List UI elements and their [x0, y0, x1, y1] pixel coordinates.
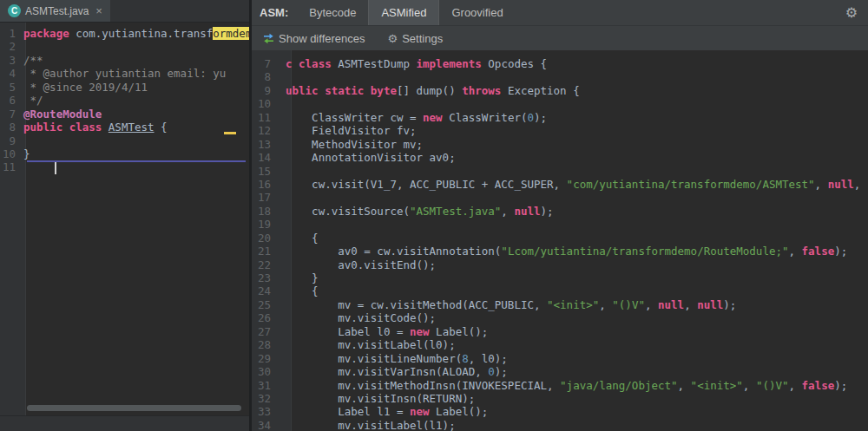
line-number[interactable]: 10	[252, 97, 281, 110]
line-number[interactable]: 24	[252, 284, 281, 297]
code-line[interactable]: 11 ClassWriter cw = new ClassWriter(0);	[252, 111, 868, 124]
line-number[interactable]: 1	[0, 27, 21, 40]
line-number[interactable]: 11	[0, 160, 21, 173]
code-text	[21, 40, 23, 53]
line-number[interactable]: 34	[252, 419, 281, 431]
line-number[interactable]: 6	[0, 94, 21, 107]
tab-asmified[interactable]: ASMified	[368, 0, 439, 25]
code-text: mv.visitLineNumber(8, l0);	[281, 352, 508, 365]
code-line[interactable]: 22 av0.visitEnd();	[252, 258, 868, 271]
code-line[interactable]: 10	[252, 97, 868, 110]
code-line[interactable]: 6 */	[0, 94, 249, 107]
settings-label: Settings	[402, 32, 443, 45]
line-number[interactable]: 9	[0, 134, 21, 147]
line-number[interactable]: 31	[252, 379, 281, 392]
line-number[interactable]: 18	[252, 205, 281, 218]
code-line[interactable]: 11	[0, 160, 249, 173]
code-text: }	[21, 147, 30, 160]
line-number[interactable]: 23	[252, 271, 281, 284]
code-text	[281, 165, 286, 178]
code-line[interactable]: 1package com.yutiantina.transformdemo;	[0, 27, 249, 40]
code-text: ClassWriter cw = new ClassWriter(0);	[281, 111, 547, 124]
asm-editor[interactable]: 7c class ASMTestDump implements Opcodes …	[252, 50, 868, 431]
line-number[interactable]: 28	[252, 338, 281, 351]
line-number[interactable]: 22	[252, 258, 281, 271]
line-number[interactable]: 7	[252, 57, 281, 70]
code-line[interactable]: 4 * @author yutiantian email: yu	[0, 67, 249, 80]
code-line[interactable]: 8public class ASMTest {	[0, 121, 249, 134]
line-number[interactable]: 33	[252, 405, 281, 418]
line-number[interactable]: 25	[252, 298, 281, 311]
line-number[interactable]: 4	[0, 67, 21, 80]
code-line[interactable]: 31 mv.visitMethodInsn(INVOKESPECIAL, "ja…	[252, 379, 868, 392]
class-icon: C	[8, 4, 21, 17]
line-number[interactable]: 7	[0, 108, 21, 121]
line-number[interactable]: 20	[252, 232, 281, 245]
code-line[interactable]: 7c class ASMTestDump implements Opcodes …	[252, 57, 868, 70]
code-line[interactable]: 13 MethodVisitor mv;	[252, 138, 868, 151]
line-number[interactable]: 16	[252, 178, 281, 191]
code-line[interactable]: 26 mv.visitCode();	[252, 311, 868, 324]
tab-groovified[interactable]: Groovified	[439, 0, 515, 25]
settings-button[interactable]: ⚙ Settings	[384, 30, 448, 47]
line-number[interactable]: 8	[252, 70, 281, 83]
code-line[interactable]: 30 mv.visitVarInsn(ALOAD, 0);	[252, 365, 868, 378]
code-line[interactable]: 9ublic static byte[] dump() throws Excep…	[252, 84, 868, 97]
line-number[interactable]: 19	[252, 218, 281, 231]
line-number[interactable]: 3	[0, 54, 21, 67]
code-text: */	[21, 94, 43, 107]
code-line[interactable]: 3/**	[0, 54, 249, 67]
line-number[interactable]: 32	[252, 392, 281, 405]
code-line[interactable]: 9	[0, 134, 249, 147]
show-differences-button[interactable]: Show differences	[259, 30, 370, 47]
code-line[interactable]: 2	[0, 40, 249, 53]
code-line[interactable]: 21 av0 = cw.visitAnnotation("Lcom/yutian…	[252, 245, 868, 258]
left-editor[interactable]: 1package com.yutiantina.transformdemo;23…	[0, 23, 249, 415]
line-number[interactable]: 9	[252, 84, 281, 97]
code-line[interactable]: 16 cw.visit(V1_7, ACC_PUBLIC + ACC_SUPER…	[252, 178, 868, 191]
code-line[interactable]: 32 mv.visitInsn(RETURN);	[252, 392, 868, 405]
line-number[interactable]: 13	[252, 138, 281, 151]
code-text	[21, 134, 23, 147]
line-number[interactable]: 8	[0, 121, 21, 134]
code-line[interactable]: 34 mv.visitLabel(l1);	[252, 419, 868, 431]
code-line[interactable]: 17	[252, 191, 868, 204]
line-number[interactable]: 15	[252, 165, 281, 178]
code-line[interactable]: 12 FieldVisitor fv;	[252, 124, 868, 137]
line-number[interactable]: 27	[252, 325, 281, 338]
code-line[interactable]: 5 * @since 2019/4/11	[0, 81, 249, 94]
code-line[interactable]: 23 }	[252, 271, 868, 284]
code-line[interactable]: 24 {	[252, 284, 868, 297]
code-line[interactable]: 18 cw.visitSource("ASMTest.java", null);	[252, 205, 868, 218]
line-number[interactable]: 21	[252, 245, 281, 258]
line-number[interactable]: 14	[252, 151, 281, 164]
code-text: c class ASMTestDump implements Opcodes {	[281, 57, 547, 70]
code-line[interactable]: 20 {	[252, 232, 868, 245]
code-line[interactable]: 27 Label l0 = new Label();	[252, 325, 868, 338]
ide-window: C ASMTest.java × 1package com.yutiantina…	[0, 0, 868, 431]
code-line[interactable]: 28 mv.visitLabel(l0);	[252, 338, 868, 351]
code-line[interactable]: 19	[252, 218, 868, 231]
horizontal-scrollbar[interactable]	[27, 405, 241, 411]
code-line[interactable]: 25 mv = cw.visitMethod(ACC_PUBLIC, "<ini…	[252, 298, 868, 311]
tab-bytecode[interactable]: Bytecode	[297, 0, 368, 25]
code-line[interactable]: 33 Label l1 = new Label();	[252, 405, 868, 418]
code-line[interactable]: 14 AnnotationVisitor av0;	[252, 151, 868, 164]
line-number[interactable]: 11	[252, 111, 281, 124]
line-number[interactable]: 17	[252, 191, 281, 204]
code-line[interactable]: 29 mv.visitLineNumber(8, l0);	[252, 352, 868, 365]
line-number[interactable]: 30	[252, 365, 281, 378]
code-line[interactable]: 7@RouteModule	[0, 108, 249, 121]
code-line[interactable]: 8	[252, 70, 868, 83]
line-number[interactable]: 5	[0, 81, 21, 94]
line-number[interactable]: 26	[252, 311, 281, 324]
line-number[interactable]: 10	[0, 147, 21, 160]
tab-asmtest-java[interactable]: C ASMTest.java ×	[0, 0, 110, 22]
code-line[interactable]: 10}	[0, 147, 249, 160]
code-line[interactable]: 15	[252, 165, 868, 178]
line-number[interactable]: 2	[0, 40, 21, 53]
line-number[interactable]: 12	[252, 124, 281, 137]
tab-close-icon[interactable]: ×	[95, 4, 102, 17]
gear-icon[interactable]: ⚙	[845, 6, 858, 20]
line-number[interactable]: 29	[252, 352, 281, 365]
